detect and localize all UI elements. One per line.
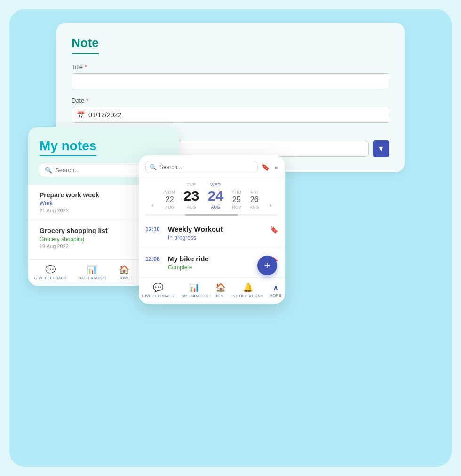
calendar-search-wrap[interactable]: 🔍	[145, 161, 258, 173]
date-label: Date *	[72, 97, 389, 104]
add-event-fab[interactable]: +	[257, 256, 277, 275]
calendar-icon: 📅	[77, 111, 85, 119]
calendar-search-row: 🔍 🔖 ≡	[139, 155, 285, 177]
search-icon: 🔍	[150, 164, 157, 170]
date-input-wrap[interactable]: 📅 01/12/2022	[72, 107, 389, 123]
notifications-icon: 🔔	[243, 282, 253, 293]
date-required-star: *	[86, 97, 88, 104]
nav-label-notifications: NOTIFICATIONS	[233, 294, 263, 298]
home-icon: 🏠	[215, 282, 226, 293]
date-value: 01/12/2022	[88, 111, 121, 119]
nav-label-dashboards: DASHBOARDS	[181, 294, 208, 298]
day-item-fri[interactable]: FRI 26 AUG	[250, 190, 259, 210]
event-info: Weekly Workout In progress	[168, 225, 264, 241]
scrollbar-track	[145, 214, 278, 216]
feedback-icon: 💬	[45, 265, 56, 275]
category-dropdown-button[interactable]: ▼	[373, 140, 389, 157]
nav-item-dashboards[interactable]: 📊 DASHBOARDS	[181, 282, 208, 298]
chevron-down-icon: ▼	[377, 145, 385, 153]
feedback-icon: 💬	[153, 282, 163, 293]
event-time: 12:10	[145, 225, 162, 233]
bookmark-icon[interactable]: 🔖	[262, 163, 270, 171]
nav-item-give-feedback[interactable]: 💬 GIVE FEEDBACK	[34, 265, 66, 280]
nav-label-dashboards: DASHBOARDS	[79, 276, 106, 280]
nav-label-home: HOME	[215, 294, 226, 298]
week-strip: ‹ MON 22 AUG TUE 23 AUG WED 24 AUG THU 2…	[139, 177, 285, 212]
event-name: Weekly Workout	[168, 225, 264, 233]
workout-card: 🔍 🔖 ≡ ‹ MON 22 AUG TUE 23 AUG WED 24 AUG…	[139, 155, 285, 304]
dashboards-icon: 📊	[189, 282, 199, 293]
calendar-icons: 🔖 ≡	[262, 163, 278, 171]
title-input[interactable]	[72, 73, 389, 89]
day-item-wed[interactable]: WED 24 AUG	[207, 182, 223, 210]
more-up-icon: ∧	[273, 283, 278, 292]
event-status: Complete	[168, 264, 264, 271]
day-item-thu[interactable]: THU 25 NOV	[232, 190, 241, 210]
nav-item-home[interactable]: 🏠 HOME	[118, 265, 130, 280]
event-name: My bike ride	[168, 255, 264, 263]
my-notes-title: My notes	[40, 138, 96, 156]
calendar-search-input[interactable]	[159, 164, 254, 170]
nav-item-home[interactable]: 🏠 HOME	[215, 282, 226, 298]
event-status: In progress	[168, 234, 264, 241]
event-info: My bike ride Complete	[168, 255, 264, 271]
day-item-tue[interactable]: TUE 23 AUG	[183, 182, 199, 210]
nav-item-dashboards[interactable]: 📊 DASHBOARDS	[79, 265, 106, 280]
nav-item-notifications[interactable]: 🔔 NOTIFICATIONS	[233, 282, 263, 298]
week-next-button[interactable]: ›	[268, 201, 274, 210]
week-scrollbar	[139, 212, 285, 218]
bookmark-icon[interactable]: 🔖	[270, 225, 278, 234]
search-icon: 🔍	[45, 167, 52, 174]
nav-label-feedback: GIVE FEEDBACK	[142, 294, 174, 298]
nav-label-feedback: GIVE FEEDBACK	[34, 276, 66, 280]
home-icon: 🏠	[119, 265, 129, 275]
event-item-weekly-workout[interactable]: 12:10 Weekly Workout In progress 🔖	[139, 218, 285, 248]
event-time: 12:08	[145, 255, 162, 262]
filter-icon[interactable]: ≡	[274, 163, 278, 171]
title-label: Title *	[72, 64, 389, 71]
nav-item-give-feedback[interactable]: 💬 GIVE FEEDBACK	[142, 282, 174, 298]
bottom-nav-workout: 💬 GIVE FEEDBACK 📊 DASHBOARDS 🏠 HOME 🔔 NO…	[139, 277, 285, 304]
note-form-title: Note	[72, 36, 99, 54]
dashboards-icon: 📊	[87, 265, 97, 275]
week-prev-button[interactable]: ‹	[150, 201, 156, 210]
nav-item-more[interactable]: ∧ MORE	[270, 283, 281, 298]
plus-icon: +	[264, 259, 270, 272]
day-item-mon[interactable]: MON 22 AUG	[164, 190, 175, 210]
title-required-star: *	[85, 64, 87, 71]
nav-label-home: HOME	[118, 276, 130, 280]
nav-label-more: MORE	[270, 293, 281, 298]
scrollbar-thumb	[185, 214, 238, 216]
